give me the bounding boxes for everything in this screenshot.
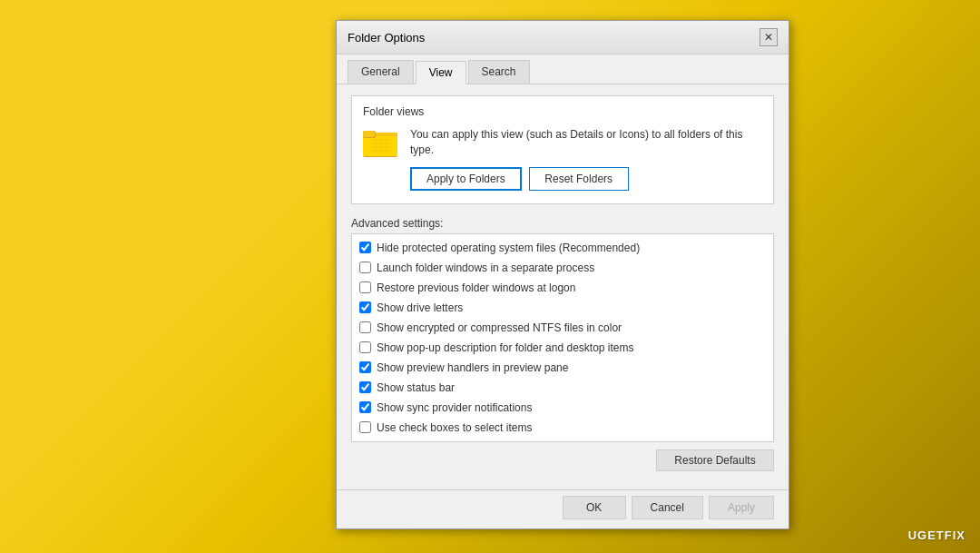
folder-options-dialog: Folder Options ✕ General View Search Fol… (336, 20, 789, 529)
reset-folders-button[interactable]: Reset Folders (529, 167, 629, 191)
apply-to-folders-button[interactable]: Apply to Folders (410, 167, 522, 191)
tab-view[interactable]: View (416, 61, 466, 84)
settings-list[interactable]: Hide protected operating system files (R… (352, 234, 773, 441)
ok-button[interactable]: OK (563, 496, 626, 519)
checkbox-show-encrypted[interactable] (359, 321, 371, 333)
checkbox-show-status[interactable] (359, 381, 371, 393)
dialog-title: Folder Options (348, 31, 425, 44)
checkbox-show-preview[interactable] (359, 361, 371, 373)
list-item[interactable]: Use check boxes to select items (352, 418, 773, 438)
close-button[interactable]: ✕ (760, 28, 778, 46)
settings-list-container: Hide protected operating system files (R… (351, 233, 774, 442)
folder-views-group: Folder views (351, 95, 774, 204)
dialog-body: Folder views (337, 84, 789, 489)
checkbox-hide-protected[interactable] (359, 242, 371, 253)
checkbox-restore-windows[interactable] (359, 281, 371, 293)
list-item[interactable]: Show drive letters (352, 298, 773, 318)
svg-rect-4 (363, 131, 375, 137)
list-item[interactable]: Show sync provider notifications (352, 398, 773, 418)
folder-views-description: You can apply this view (such as Details… (410, 127, 762, 158)
folder-views-right: You can apply this view (such as Details… (410, 127, 762, 191)
folder-views-buttons: Apply to Folders Reset Folders (410, 167, 762, 191)
dialog-footer: OK Cancel Apply (337, 489, 789, 528)
restore-row: Restore Defaults (351, 449, 774, 471)
cancel-button[interactable]: Cancel (632, 496, 703, 519)
svg-rect-2 (363, 136, 397, 156)
list-item[interactable]: Use Sharing Wizard (Recommended) (352, 438, 773, 441)
folder-views-content: You can apply this view (such as Details… (363, 127, 762, 191)
list-item[interactable]: Show preview handlers in preview pane (352, 358, 773, 378)
checkbox-show-sync[interactable] (359, 401, 371, 413)
tab-general[interactable]: General (348, 60, 414, 84)
checkbox-check-boxes[interactable] (359, 421, 371, 433)
watermark: UGETFIX (908, 528, 965, 542)
checkbox-show-popup[interactable] (359, 341, 371, 353)
apply-button[interactable]: Apply (709, 496, 774, 519)
list-item[interactable]: Restore previous folder windows at logon (352, 278, 773, 298)
list-item[interactable]: Show encrypted or compressed NTFS files … (352, 318, 773, 338)
advanced-settings-label: Advanced settings: (351, 217, 774, 230)
list-item[interactable]: Launch folder windows in a separate proc… (352, 258, 773, 278)
tab-bar: General View Search (337, 54, 789, 84)
list-item[interactable]: Hide protected operating system files (R… (352, 238, 773, 258)
folder-icon (363, 127, 399, 158)
checkbox-show-drive-letters[interactable] (359, 301, 371, 313)
tab-search[interactable]: Search (468, 60, 530, 84)
checkbox-separate-process[interactable] (359, 262, 371, 273)
title-bar: Folder Options ✕ (337, 21, 789, 54)
list-item[interactable]: Show status bar (352, 378, 773, 398)
list-item[interactable]: Show pop-up description for folder and d… (352, 338, 773, 358)
folder-views-label: Folder views (363, 105, 762, 118)
restore-defaults-button[interactable]: Restore Defaults (656, 449, 774, 471)
